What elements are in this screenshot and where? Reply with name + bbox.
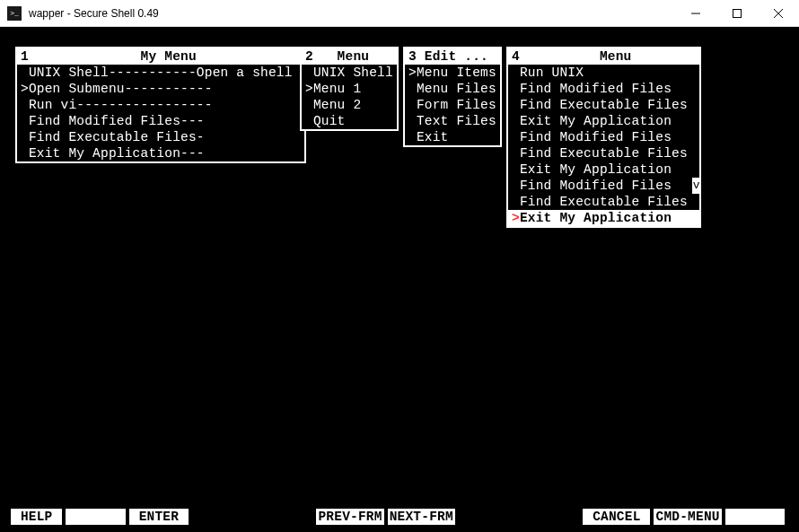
menu-item[interactable]: Find Executable Files-	[17, 129, 304, 145]
function-key-bar: HELP ENTER PREV-FRM NEXT-FRM CANCEL CMD-…	[11, 509, 788, 525]
spacer	[459, 509, 583, 525]
window-controls	[675, 0, 799, 26]
menu-item[interactable]: Exit My Application	[508, 113, 699, 129]
minimize-button[interactable]	[675, 0, 716, 26]
menu-item[interactable]: Form Files	[405, 97, 500, 113]
titlebar: wapper - Secure Shell 0.49	[0, 0, 799, 27]
menu-panel-3: 3 Edit ... >Menu Items Menu Files Form F…	[403, 47, 502, 147]
menu-item[interactable]: Find Modified Files	[508, 129, 699, 145]
menu-header-4: 4 Menu	[508, 48, 699, 65]
menu-panel-2: 2 Menu UNIX Shell >Menu 1 Menu 2 Quit	[300, 47, 399, 131]
cmd-menu-button[interactable]: CMD-MENU	[654, 509, 721, 525]
menu-header-2: 2 Menu	[302, 48, 397, 65]
menu-body-2: UNIX Shell >Menu 1 Menu 2 Quit	[302, 65, 397, 129]
menu-item[interactable]: Exit	[405, 129, 500, 145]
menu-item[interactable]: Quit	[302, 113, 397, 129]
menu-item[interactable]: >Menu Items	[405, 65, 500, 81]
prev-frm-button[interactable]: PREV-FRM	[316, 509, 383, 525]
next-frm-button[interactable]: NEXT-FRM	[388, 509, 455, 525]
menu-item[interactable]: Menu Files	[405, 81, 500, 97]
terminal-area: 1 My Menu UNIX Shell-----------Open a sh…	[0, 27, 799, 532]
menu-body-1: UNIX Shell-----------Open a shell >Open …	[17, 65, 304, 161]
enter-button[interactable]: ENTER	[129, 509, 189, 525]
close-button[interactable]	[758, 0, 799, 26]
blank-button[interactable]	[66, 509, 125, 525]
menu-header-3: 3 Edit ...	[405, 48, 500, 65]
menu-item[interactable]: Find Executable Files	[508, 97, 699, 113]
menu-item[interactable]: Find Executable Files	[508, 194, 699, 210]
menu-item[interactable]: Find Executable Files	[508, 145, 699, 161]
menu-item[interactable]: Run UNIX	[508, 65, 699, 81]
menu-item[interactable]: UNIX Shell	[302, 65, 397, 81]
menu-body-4: Run UNIX Find Modified Files Find Execut…	[508, 65, 699, 226]
menu-item-selected[interactable]: >Exit My Application	[508, 210, 699, 226]
menu-item[interactable]: Menu 2	[302, 97, 397, 113]
menu-item[interactable]: >Menu 1	[302, 81, 397, 97]
cancel-button[interactable]: CANCEL	[583, 509, 650, 525]
blank-button[interactable]	[725, 509, 785, 525]
menu-item[interactable]: >Open Submenu-----------	[17, 81, 304, 97]
menu-item[interactable]: Run vi-----------------	[17, 97, 304, 113]
terminal-icon	[7, 6, 22, 21]
menu-panel-1: 1 My Menu UNIX Shell-----------Open a sh…	[15, 47, 306, 163]
menu-item[interactable]: Text Files	[405, 113, 500, 129]
menu-panel-4: 4 Menu Run UNIX Find Modified Files Find…	[506, 47, 701, 228]
app-window: wapper - Secure Shell 0.49 1 My Menu UNI…	[0, 0, 799, 532]
menu-item[interactable]: Exit My Application v	[508, 161, 699, 178]
menu-header-1: 1 My Menu	[17, 48, 304, 65]
menu-item[interactable]: Find Modified Files	[508, 81, 699, 97]
menu-body-3: >Menu Items Menu Files Form Files Text F…	[405, 65, 500, 145]
menu-item[interactable]: Find Modified Files	[508, 178, 699, 194]
menu-item[interactable]: Find Modified Files---	[17, 113, 304, 129]
maximize-button[interactable]	[716, 0, 758, 26]
spacer	[192, 509, 316, 525]
menu-item[interactable]: Exit My Application---	[17, 145, 304, 161]
svg-rect-1	[733, 9, 742, 17]
help-button[interactable]: HELP	[11, 509, 62, 525]
window-title: wapper - Secure Shell 0.49	[29, 7, 675, 20]
menu-item[interactable]: UNIX Shell-----------Open a shell	[17, 65, 304, 81]
